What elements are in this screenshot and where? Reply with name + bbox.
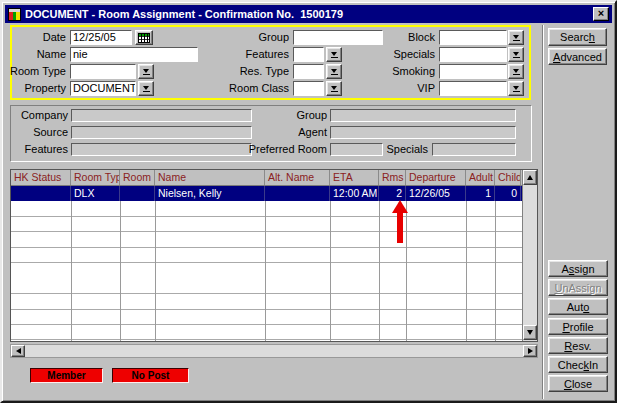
vip-field[interactable] <box>439 81 507 96</box>
auto-button[interactable]: Auto <box>548 298 608 315</box>
agent-label: Agent <box>242 126 327 139</box>
property-field[interactable]: DOCUMENT <box>70 81 136 96</box>
company-field <box>71 109 252 122</box>
profile-button[interactable]: Profile <box>548 318 608 335</box>
group-info-field <box>330 109 516 122</box>
col-departure[interactable]: Departure <box>406 170 466 185</box>
dropdown-icon <box>513 35 520 41</box>
vip-label: VIP <box>368 81 435 95</box>
dropdown-icon <box>513 52 520 58</box>
col-rms[interactable]: Rms <box>379 170 406 185</box>
horizontal-scrollbar[interactable] <box>10 344 538 358</box>
room-type-label: Room Type <box>2 64 66 78</box>
name-field[interactable]: nie <box>70 47 198 62</box>
dropdown-icon <box>331 52 338 58</box>
panel-divider <box>542 25 544 399</box>
features-field[interactable] <box>293 47 324 62</box>
specials-dropdown-button[interactable] <box>508 47 524 62</box>
up-arrow-icon <box>527 175 533 180</box>
block-field[interactable] <box>439 30 507 45</box>
smoking-label: Smoking <box>368 64 435 78</box>
scroll-down-button[interactable] <box>523 325 537 340</box>
property-label: Property <box>2 81 66 95</box>
room-class-dropdown-button[interactable] <box>326 81 342 96</box>
dropdown-icon <box>331 69 338 75</box>
dropdown-icon <box>513 86 520 92</box>
calendar-icon <box>138 33 150 43</box>
room-type-dropdown-button[interactable] <box>138 64 154 79</box>
block-dropdown-button[interactable] <box>508 30 524 45</box>
res-type-field[interactable] <box>293 64 324 79</box>
group-label: Group <box>202 30 289 44</box>
vertical-scrollbar[interactable] <box>522 170 537 341</box>
calendar-button[interactable] <box>135 30 153 45</box>
right-arrow-icon <box>528 348 533 354</box>
name-label: Name <box>2 47 66 61</box>
res-type-label: Res. Type <box>202 64 289 78</box>
assign-button[interactable]: Assign <box>548 260 608 277</box>
down-arrow-icon <box>527 330 533 335</box>
company-label: Company <box>10 109 68 122</box>
room-type-field[interactable] <box>70 64 136 79</box>
titlebar[interactable]: DOCUMENT - Room Assignment - Confirmatio… <box>5 5 612 23</box>
unassign-button: UnAssign <box>548 279 608 296</box>
res-type-dropdown-button[interactable] <box>326 64 342 79</box>
col-child[interactable]: Child <box>495 170 521 185</box>
block-label: Block <box>368 30 435 44</box>
table-header-row: HK Status Room Type Room Name Alt. Name … <box>11 170 522 186</box>
agent-field <box>330 126 516 139</box>
close-button[interactable]: Close <box>548 375 608 392</box>
smoking-dropdown-button[interactable] <box>508 64 524 79</box>
close-icon[interactable]: × <box>593 7 609 21</box>
search-button[interactable]: Search <box>548 28 607 46</box>
features-info-label: Features <box>10 143 68 156</box>
smoking-field[interactable] <box>439 64 507 79</box>
results-table: HK Status Room Type Room Name Alt. Name … <box>10 169 538 342</box>
specials-info-label: Specials <box>386 143 428 156</box>
col-eta[interactable]: ETA <box>330 170 379 185</box>
col-adult[interactable]: Adult <box>466 170 495 185</box>
source-field <box>71 126 252 139</box>
dropdown-icon <box>331 86 338 92</box>
dropdown-icon <box>513 69 520 75</box>
advanced-button[interactable]: Advanced <box>548 48 607 65</box>
group-info-label: Group <box>242 109 327 122</box>
no-post-lamp: No Post <box>112 368 189 383</box>
col-hk-status[interactable]: HK Status <box>11 170 71 185</box>
date-label: Date <box>2 30 66 44</box>
resv-button[interactable]: Resv. <box>548 337 608 354</box>
features-label: Features <box>202 47 289 61</box>
col-name[interactable]: Name <box>155 170 265 185</box>
scroll-right-button[interactable] <box>523 345 537 357</box>
check-in-button[interactable]: Check In <box>548 356 608 373</box>
specials-label: Specials <box>368 47 435 61</box>
red-arrow-shaft <box>397 212 403 243</box>
window-title: DOCUMENT - Room Assignment - Confirmatio… <box>25 8 593 20</box>
scroll-left-button[interactable] <box>11 345 25 357</box>
table-row-selected[interactable]: DLX Nielsen, Kelly 12:00 AM 2 12/26/05 1… <box>11 186 522 201</box>
left-arrow-icon <box>16 348 21 354</box>
specials-info-field <box>432 143 516 156</box>
room-class-label: Room Class <box>202 81 289 95</box>
property-dropdown-button[interactable] <box>138 81 154 96</box>
col-alt-name[interactable]: Alt. Name <box>265 170 330 185</box>
date-field[interactable]: 12/25/05 <box>70 30 132 45</box>
col-room[interactable]: Room <box>120 170 155 185</box>
dropdown-icon <box>143 86 150 92</box>
vip-dropdown-button[interactable] <box>508 81 524 96</box>
preferred-room-field <box>330 143 383 156</box>
source-label: Source <box>10 126 68 139</box>
scroll-up-button[interactable] <box>523 170 537 185</box>
member-lamp: Member <box>30 368 103 383</box>
specials-field[interactable] <box>439 47 507 62</box>
features-dropdown-button[interactable] <box>326 47 342 62</box>
dropdown-icon <box>143 69 150 75</box>
app-icon <box>8 8 21 21</box>
room-assignment-window: DOCUMENT - Room Assignment - Confirmatio… <box>0 0 617 403</box>
preferred-room-label: Preferred Room <box>222 143 327 156</box>
col-room-type[interactable]: Room Type <box>71 170 120 185</box>
room-class-field[interactable] <box>293 81 324 96</box>
empty-rows-grid <box>11 201 522 341</box>
